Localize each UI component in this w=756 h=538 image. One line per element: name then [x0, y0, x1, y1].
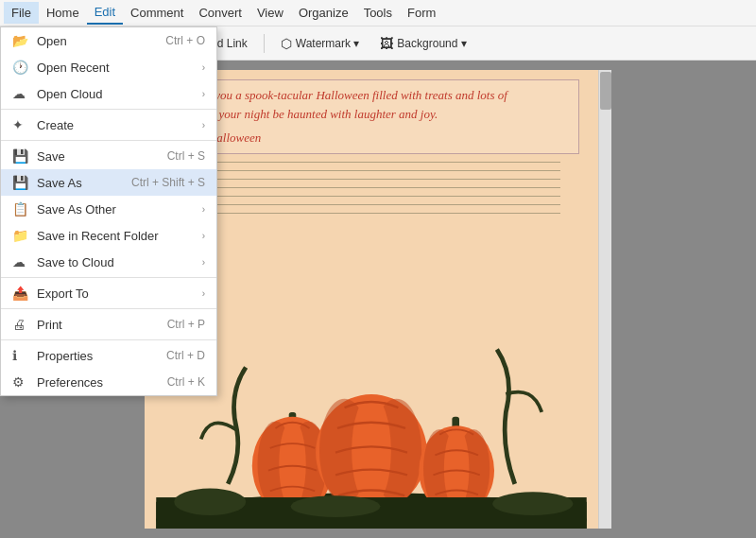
- page-lines: [163, 162, 579, 214]
- scroll-thumb[interactable]: [600, 72, 611, 110]
- open-cloud-label: Open Cloud: [37, 87, 198, 101]
- create-arrow: ›: [202, 120, 205, 130]
- save-cloud-label: Save to Cloud: [37, 255, 198, 269]
- svg-point-18: [174, 488, 246, 514]
- save-cloud-arrow: ›: [202, 257, 205, 268]
- save-recent-label: Save in Recent Folder: [37, 229, 198, 243]
- cloud-open-icon: ☁: [12, 86, 29, 101]
- menu-item-preferences[interactable]: ⚙ Preferences Ctrl + K: [1, 369, 216, 395]
- menu-form[interactable]: Form: [400, 2, 443, 24]
- menu-item-open-recent[interactable]: 🕐 Open Recent ›: [1, 54, 216, 80]
- toolbar-separator-1: [264, 34, 265, 53]
- line-3: [182, 179, 560, 180]
- main-layout: 📂 Open Ctrl + O 🕐 Open Recent › ☁ Open C…: [0, 61, 756, 538]
- text-line-2: fun. May your night be haunted with laug…: [172, 105, 571, 124]
- properties-icon: ℹ: [12, 348, 29, 363]
- open-cloud-arrow: ›: [202, 89, 205, 99]
- line-2: [182, 170, 560, 171]
- watermark-button[interactable]: ⬡ Watermark ▾: [272, 31, 369, 56]
- separator-3: [1, 277, 216, 278]
- svg-point-8: [279, 419, 305, 509]
- menu-comment[interactable]: Comment: [123, 2, 191, 24]
- line-6: [182, 204, 560, 205]
- menu-item-create[interactable]: ✦ Create ›: [1, 112, 216, 138]
- print-icon: 🖨: [12, 317, 29, 332]
- save-label: Save: [37, 149, 160, 164]
- line-5: [182, 196, 560, 197]
- svg-point-19: [291, 495, 381, 517]
- open-icon: 📂: [12, 33, 29, 48]
- export-label: Export To: [37, 286, 198, 301]
- scrollbar[interactable]: [598, 70, 611, 529]
- separator-1: [1, 109, 216, 110]
- export-arrow: ›: [202, 288, 205, 299]
- save-other-arrow: ›: [202, 204, 205, 215]
- save-as-other-label: Save As Other: [37, 202, 198, 217]
- menu-item-properties[interactable]: ℹ Properties Ctrl + D: [1, 342, 216, 369]
- menu-item-open[interactable]: 📂 Open Ctrl + O: [1, 27, 216, 54]
- open-recent-arrow: ›: [202, 62, 205, 73]
- menu-file[interactable]: File: [4, 2, 39, 24]
- save-icon: 💾: [12, 148, 29, 164]
- line-1: [182, 162, 560, 163]
- menu-home[interactable]: Home: [39, 2, 87, 24]
- menu-item-save-as-other[interactable]: 📋 Save As Other ›: [1, 196, 216, 222]
- menu-item-open-cloud[interactable]: ☁ Open Cloud ›: [1, 80, 216, 107]
- save-as-icon: 💾: [12, 175, 29, 190]
- menu-item-save-recent[interactable]: 📁 Save in Recent Folder ›: [1, 222, 216, 249]
- cloud-save-icon: ☁: [12, 254, 29, 269]
- background-icon: 🖼: [380, 36, 393, 51]
- menu-item-print[interactable]: 🖨 Print Ctrl + P: [1, 311, 216, 338]
- menu-item-save[interactable]: 💾 Save Ctrl + S: [1, 143, 216, 169]
- save-shortcut: Ctrl + S: [167, 149, 205, 163]
- save-recent-icon: 📁: [12, 228, 29, 243]
- open-label: Open: [37, 34, 158, 48]
- save-as-label: Save As: [37, 176, 124, 190]
- background-button[interactable]: 🖼 Background ▾: [371, 31, 474, 56]
- create-icon: ✦: [12, 117, 29, 132]
- save-as-shortcut: Ctrl + Shift + S: [131, 176, 205, 189]
- export-icon: 📤: [12, 286, 29, 301]
- line-4: [182, 187, 560, 188]
- print-label: Print: [37, 318, 160, 332]
- text-line-1: Wishing you a spook-tacular Halloween fi…: [172, 86, 571, 105]
- line-7: [182, 213, 560, 214]
- save-other-icon: 📋: [12, 201, 29, 217]
- print-shortcut: Ctrl + P: [167, 318, 205, 331]
- background-label: Background ▾: [397, 37, 466, 50]
- menu-item-save-cloud[interactable]: ☁ Save to Cloud ›: [1, 249, 216, 275]
- separator-5: [1, 339, 216, 340]
- watermark-label: Watermark ▾: [296, 37, 360, 50]
- text-line-3: Happy Halloween: [172, 129, 571, 148]
- watermark-icon: ⬡: [281, 36, 292, 51]
- open-recent-label: Open Recent: [37, 61, 198, 75]
- preferences-label: Preferences: [37, 375, 160, 390]
- separator-2: [1, 140, 216, 141]
- menu-organize[interactable]: Organize: [291, 2, 356, 24]
- create-label: Create: [37, 118, 198, 132]
- menu-item-save-as[interactable]: 💾 Save As Ctrl + Shift + S: [1, 169, 216, 196]
- menu-item-export[interactable]: 📤 Export To ›: [1, 280, 216, 306]
- properties-shortcut: Ctrl + D: [166, 349, 205, 362]
- menu-view[interactable]: View: [249, 2, 291, 24]
- file-dropdown-menu: 📂 Open Ctrl + O 🕐 Open Recent › ☁ Open C…: [0, 26, 217, 396]
- properties-label: Properties: [37, 349, 159, 363]
- open-shortcut: Ctrl + O: [165, 34, 205, 47]
- menu-edit[interactable]: Edit: [87, 1, 123, 25]
- svg-point-20: [492, 492, 573, 515]
- preferences-icon: ⚙: [12, 374, 29, 390]
- separator-4: [1, 308, 216, 309]
- text-box: Wishing you a spook-tacular Halloween fi…: [163, 79, 579, 154]
- recent-icon: 🕐: [12, 60, 29, 75]
- menu-bar: File Home Edit Comment Convert View Orga…: [0, 0, 756, 26]
- preferences-shortcut: Ctrl + K: [167, 375, 205, 389]
- menu-convert[interactable]: Convert: [191, 2, 249, 24]
- save-recent-arrow: ›: [202, 231, 205, 241]
- menu-tools[interactable]: Tools: [356, 2, 400, 24]
